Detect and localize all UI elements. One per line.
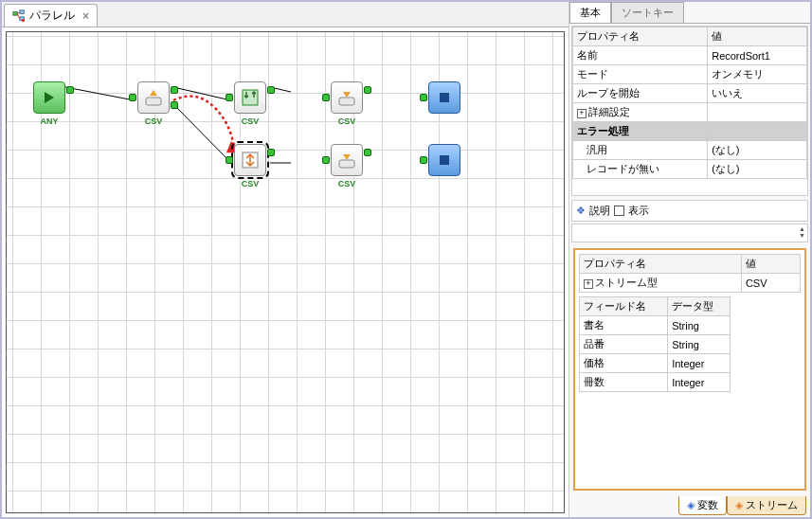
canvas-tab[interactable]: パラレル × xyxy=(4,4,98,27)
property-row[interactable]: モードオンメモリ xyxy=(573,65,807,84)
csv-sort-node[interactable]: CSV xyxy=(234,81,266,114)
property-table[interactable]: プロパティ名値 名前RecordSort1モードオンメモリループを開始いいえ+詳… xyxy=(572,27,807,179)
desc-expand-icon[interactable]: ❖ xyxy=(576,205,586,217)
variable-icon: ◈ xyxy=(687,499,695,511)
node-label: CSV xyxy=(338,116,356,126)
sort-icon xyxy=(241,88,260,107)
tab-stream[interactable]: ◈ ストリーム xyxy=(727,496,806,515)
tab-sortkey[interactable]: ソートキー xyxy=(611,2,684,23)
svg-rect-17 xyxy=(440,155,449,165)
csv-sort-node-selected[interactable]: CSV xyxy=(234,144,266,176)
description-bar: ❖ 説明 表示 xyxy=(571,200,808,222)
description-text[interactable]: ▲▼ xyxy=(571,224,808,242)
node-label: CSV xyxy=(145,116,163,126)
svg-point-3 xyxy=(22,18,26,22)
col-prop-name: プロパティ名 xyxy=(573,27,708,46)
canvas-tab-bar: パラレル × xyxy=(2,2,568,27)
spinner[interactable]: ▲▼ xyxy=(799,225,805,239)
property-row[interactable]: 汎用(なし) xyxy=(573,141,807,160)
stream-prop-table: プロパティ名値 +ストリーム型CSV xyxy=(579,254,801,293)
col-field-type: データ型 xyxy=(668,297,731,316)
close-icon[interactable]: × xyxy=(82,9,89,23)
app-frame: パラレル × ANY xyxy=(0,0,812,519)
csv-output-node[interactable]: CSV xyxy=(137,81,170,114)
property-row[interactable]: 名前RecordSort1 xyxy=(573,46,807,65)
property-row[interactable]: ループを開始いいえ xyxy=(573,84,807,103)
svg-rect-15 xyxy=(339,160,354,168)
canvas-area[interactable]: ANY CSV CSV CSV CSV xyxy=(6,31,565,513)
field-row[interactable]: 品番String xyxy=(580,335,731,354)
start-node[interactable]: ANY xyxy=(33,81,65,114)
svg-rect-12 xyxy=(243,90,258,105)
canvas-grid xyxy=(7,32,564,512)
property-row[interactable]: +詳細設定 xyxy=(573,103,807,122)
show-label: 表示 xyxy=(628,204,649,218)
node-label: CSV xyxy=(242,116,260,126)
stream-panel: プロパティ名値 +ストリーム型CSV フィールド名データ型 書名String品番… xyxy=(573,248,806,491)
csv-input-node[interactable]: CSV xyxy=(331,81,363,114)
property-panel: プロパティ名値 名前RecordSort1モードオンメモリループを開始いいえ+詳… xyxy=(569,24,810,242)
field-table: フィールド名データ型 書名String品番String価格Integer冊数In… xyxy=(579,296,731,392)
canvas-tab-title: パラレル xyxy=(29,8,75,24)
bottom-tabs: ◈ 変数 ◈ ストリーム xyxy=(569,496,810,517)
left-pane: パラレル × ANY xyxy=(2,2,569,517)
col-prop-value: 値 xyxy=(708,27,807,46)
col-prop-name: プロパティ名 xyxy=(580,255,742,274)
csv-down-icon xyxy=(337,151,356,170)
tab-basic[interactable]: 基本 xyxy=(569,2,611,23)
expand-icon[interactable]: + xyxy=(577,109,586,118)
csv-down-icon xyxy=(337,88,356,107)
stream-type-row[interactable]: +ストリーム型CSV xyxy=(580,274,801,293)
svg-rect-11 xyxy=(146,98,161,105)
expand-icon[interactable]: + xyxy=(584,279,593,289)
svg-rect-16 xyxy=(440,93,449,102)
node-label: CSV xyxy=(338,179,356,188)
show-checkbox[interactable] xyxy=(614,206,624,216)
flow-icon xyxy=(12,9,26,23)
stop-icon xyxy=(438,91,451,104)
stop-icon xyxy=(438,153,451,167)
property-row[interactable]: エラー処理 xyxy=(573,122,807,141)
sort-icon xyxy=(241,151,260,170)
csv-input-node[interactable]: CSV xyxy=(331,144,363,176)
property-tabs: 基本 ソートキー xyxy=(569,2,810,24)
field-row[interactable]: 価格Integer xyxy=(580,354,731,373)
play-icon xyxy=(42,90,57,105)
end-node[interactable] xyxy=(428,81,460,114)
col-prop-value: 値 xyxy=(741,255,800,274)
field-row[interactable]: 冊数Integer xyxy=(580,373,731,392)
node-label: ANY xyxy=(40,116,58,126)
properties-pane: 基本 ソートキー プロパティ名値 名前RecordSort1モードオンメモリルー… xyxy=(569,2,810,517)
svg-rect-1 xyxy=(20,9,24,13)
field-row[interactable]: 書名String xyxy=(580,316,731,335)
svg-rect-0 xyxy=(13,11,17,15)
tab-variable[interactable]: ◈ 変数 xyxy=(678,496,727,515)
csv-up-icon xyxy=(144,88,163,107)
desc-label: 説明 xyxy=(589,204,610,218)
end-node[interactable] xyxy=(428,144,460,176)
col-field-name: フィールド名 xyxy=(580,297,668,316)
svg-rect-14 xyxy=(339,98,354,105)
property-row[interactable]: レコードが無い(なし) xyxy=(573,160,807,179)
node-label: CSV xyxy=(242,179,260,188)
stream-icon: ◈ xyxy=(735,499,743,511)
